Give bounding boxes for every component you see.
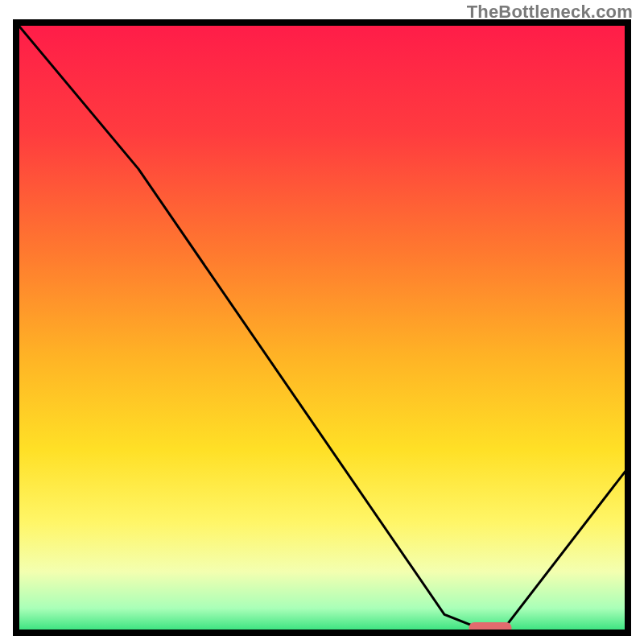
chart-container: TheBottleneck.com: [0, 0, 644, 644]
bottleneck-chart: [0, 0, 644, 644]
watermark-text: TheBottleneck.com: [467, 2, 633, 23]
plot-background: [16, 23, 628, 633]
